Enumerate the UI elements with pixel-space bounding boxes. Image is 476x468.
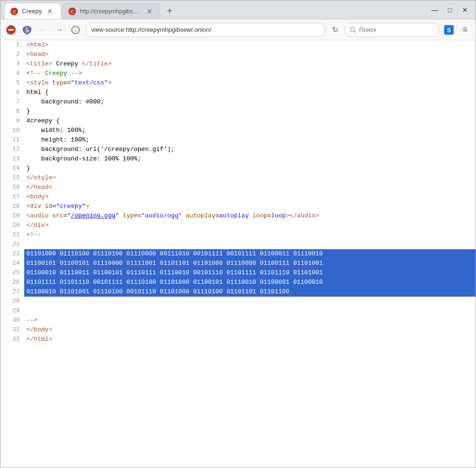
code-line: </div> <box>24 221 476 230</box>
code-line: <audio src="/opening.ogg" type="audio/og… <box>24 211 476 221</box>
close-button[interactable]: ✕ <box>458 3 472 17</box>
line-number: 31 <box>0 325 24 335</box>
line-number: 25 <box>0 268 24 278</box>
svg-text:S: S <box>447 27 451 34</box>
forward-button[interactable]: → <box>53 23 66 37</box>
code-line: <title> Creepy </title> <box>24 59 476 69</box>
tab-label-inactive: http://creepymhpgibsewr.oni... <box>80 8 142 15</box>
url-text: view-source:http://creepymhpgibsewr.onio… <box>91 26 319 33</box>
code-line: </html> <box>24 335 476 344</box>
refresh-button[interactable]: ↻ <box>328 23 342 37</box>
tab-active[interactable]: C Creepy ✕ <box>4 3 61 19</box>
code-line: width: 100%; <box>24 126 476 135</box>
line-number: 8 <box>0 107 24 116</box>
maximize-button[interactable]: □ <box>443 3 457 17</box>
svg-rect-5 <box>8 29 14 30</box>
code-line: <body> <box>24 192 476 202</box>
line-number: 19 <box>0 211 24 221</box>
code-line: <html> <box>24 40 476 50</box>
svg-text:C: C <box>71 9 74 14</box>
table-row: 21<!-- <box>0 230 476 240</box>
code-line: <!-- <box>24 230 476 240</box>
table-row: 7 background: #000; <box>0 97 476 107</box>
code-line: </head> <box>24 183 476 192</box>
table-row: 19<audio src="/opening.ogg" type="audio/… <box>0 211 476 221</box>
code-line: background: url('/creepy/open.gif'); <box>24 145 476 154</box>
new-tab-button[interactable]: + <box>163 5 176 18</box>
url-bar[interactable]: view-source:http://creepymhpgibsewr.onio… <box>85 23 325 37</box>
tab-inactive[interactable]: C http://creepymhpgibsewr.oni... ✕ <box>62 3 160 19</box>
address-bar: 🐕 ← → i view-source:http://creepymhpgibs… <box>0 19 476 40</box>
line-number: 22 <box>0 240 24 249</box>
search-icon <box>350 27 356 33</box>
line-number: 4 <box>0 69 24 78</box>
search-input[interactable] <box>359 26 421 33</box>
table-row: 18<div id="creepy"> <box>0 202 476 211</box>
code-line: height: 100%; <box>24 135 476 145</box>
table-row: 2701100010 01101001 01110100 00101110 01… <box>0 287 476 297</box>
table-row: 32</html> <box>0 335 476 344</box>
code-line: 01101111 01101110 00101111 01110100 0110… <box>24 278 476 287</box>
code-line: } <box>24 164 476 173</box>
tab-label-active: Creepy <box>22 8 42 15</box>
tab-favicon-inactive: C <box>68 8 76 15</box>
code-line: </style> <box>24 173 476 183</box>
info-icon: i <box>69 23 82 37</box>
table-row: 4<!-- Creepy --> <box>0 69 476 78</box>
table-row: 2301101000 01110100 01110100 01110000 00… <box>0 249 476 259</box>
code-line: 01101000 01110100 01110100 01110000 0011… <box>24 249 476 259</box>
table-row: 17<body> <box>0 192 476 202</box>
line-number: 32 <box>0 335 24 344</box>
table-row: 31</body> <box>0 325 476 335</box>
table-row: 2501100010 01110011 01100101 01110111 01… <box>0 268 476 278</box>
table-row: 5<style type="text/css"> <box>0 78 476 88</box>
code-line: --> <box>24 316 476 325</box>
tab-favicon-active: C <box>10 8 18 15</box>
line-number: 15 <box>0 173 24 183</box>
back-button[interactable]: ← <box>37 23 50 37</box>
svg-line-10 <box>354 31 356 33</box>
audio-src-link[interactable]: /opening.ogg <box>71 212 115 219</box>
line-number: 1 <box>0 40 24 50</box>
table-row: 14} <box>0 164 476 173</box>
line-number: 13 <box>0 154 24 164</box>
code-line <box>24 306 476 316</box>
title-bar: C Creepy ✕ C http://creepymhpgibsewr.oni… <box>0 0 476 19</box>
table-row: 2601101111 01101110 00101111 01110100 01… <box>0 278 476 287</box>
svg-text:C: C <box>13 9 16 14</box>
code-line: background: #000; <box>24 97 476 107</box>
line-number: 27 <box>0 287 24 297</box>
table-row: 29 <box>0 306 476 316</box>
code-line: 01100101 01100101 01110000 01111001 0110… <box>24 259 476 268</box>
search-bar[interactable] <box>344 23 439 37</box>
minimize-button[interactable]: — <box>428 3 441 17</box>
line-number: 24 <box>0 259 24 268</box>
line-number: 20 <box>0 221 24 230</box>
source-view: 1<html>2<head>3<title> Creepy </title>4<… <box>0 40 476 468</box>
tab-close-active[interactable]: ✕ <box>46 7 54 16</box>
line-number: 9 <box>0 116 24 126</box>
table-row: 30--> <box>0 316 476 325</box>
menu-button[interactable]: ≡ <box>458 23 472 37</box>
table-row: 2401100101 01100101 01110000 01111001 01… <box>0 259 476 268</box>
svg-text:i: i <box>75 28 76 33</box>
code-table: 1<html>2<head>3<title> Creepy </title>4<… <box>0 40 476 344</box>
code-line: #creepy { <box>24 116 476 126</box>
line-number: 30 <box>0 316 24 325</box>
table-row: 22 <box>0 240 476 249</box>
table-row: 6html { <box>0 88 476 97</box>
line-number: 29 <box>0 306 24 316</box>
table-row: 16</head> <box>0 183 476 192</box>
line-number: 16 <box>0 183 24 192</box>
line-number: 2 <box>0 50 24 59</box>
line-number: 10 <box>0 126 24 135</box>
line-number: 5 <box>0 78 24 88</box>
code-line: 01100010 01110011 01100101 01110111 0111… <box>24 268 476 278</box>
tab-close-inactive[interactable]: ✕ <box>145 7 154 16</box>
code-line: <div id="creepy"> <box>24 202 476 211</box>
table-row: 1<html> <box>0 40 476 50</box>
table-row: 13 background-size: 100% 100%; <box>0 154 476 164</box>
code-line: background-size: 100% 100%; <box>24 154 476 164</box>
table-row: 8} <box>0 107 476 116</box>
table-row: 2<head> <box>0 50 476 59</box>
